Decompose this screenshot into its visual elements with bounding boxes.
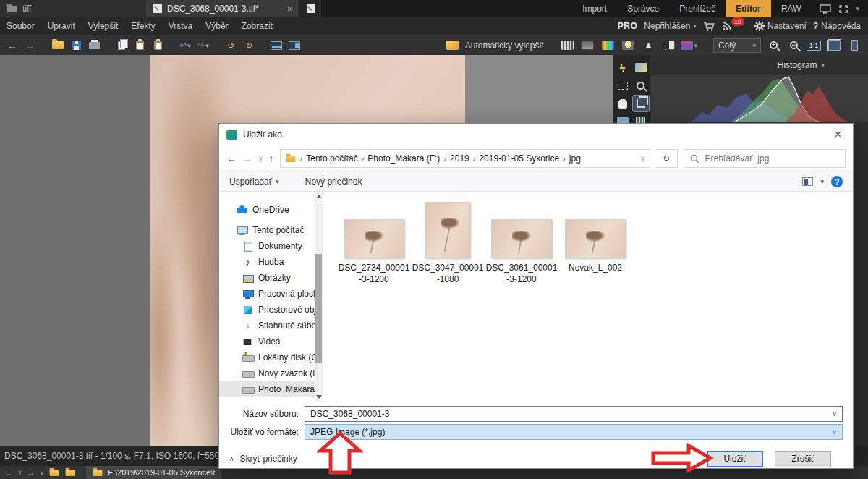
search-input[interactable]: Prehľadávať: jpg	[684, 149, 846, 168]
view-mode-icon[interactable]	[802, 177, 813, 186]
sidebar-item-downloads[interactable]: ↓Stiahnuté súbory	[219, 318, 315, 334]
quick-edits-tool[interactable]: ϟ	[615, 59, 631, 75]
format-select[interactable]: JPEG Image (*.jpg) ∨	[305, 424, 843, 440]
file-item[interactable]: DSC_3061_00001-3-1200	[485, 202, 558, 285]
module-import[interactable]: Import	[572, 0, 617, 17]
refresh-button[interactable]: ↻	[656, 149, 678, 168]
settings-button[interactable]: Nastavení	[754, 21, 807, 31]
quick-fix-tool[interactable]	[633, 59, 649, 75]
history-chevron-icon[interactable]: ∨	[258, 155, 263, 162]
scroll-up-icon[interactable]	[316, 195, 322, 198]
module-editor[interactable]: Editor	[726, 0, 771, 17]
notifications-icon[interactable]: 10	[722, 21, 748, 31]
forward-button[interactable]: →	[22, 38, 38, 54]
undo-button[interactable]: ↶▾	[177, 38, 193, 54]
new-folder-button[interactable]: Nový priečinok	[305, 177, 362, 187]
sidebar-item-desktop[interactable]: Pracovná plocha	[219, 286, 315, 302]
dialog-forward-button[interactable]: →	[242, 153, 252, 164]
print-button[interactable]	[86, 38, 102, 54]
auto-enhance-label[interactable]: Automaticky vylepšit	[465, 41, 544, 51]
levels-button[interactable]	[559, 38, 575, 54]
sidebar-item-documents[interactable]: Dokumenty	[219, 238, 315, 254]
module-spravce[interactable]: Správce	[617, 0, 669, 17]
monitor-icon[interactable]	[820, 4, 831, 14]
sidebar-item-music[interactable]: ♪Hudba	[219, 254, 315, 270]
open-file-button[interactable]	[50, 38, 66, 54]
chevron-down-icon[interactable]: ∨	[832, 410, 837, 417]
folder-up-icon[interactable]	[50, 470, 59, 476]
module-prohlizec[interactable]: Prohlížeč	[669, 0, 726, 17]
view-sidepanel-button[interactable]	[286, 38, 302, 54]
copy-button[interactable]	[114, 38, 129, 54]
close-icon[interactable]: ×	[830, 128, 846, 141]
sidebar-scrollbar[interactable]	[315, 192, 323, 402]
login-menu[interactable]: Nepřihlášen ▾	[644, 21, 697, 31]
fullscreen-icon[interactable]	[838, 4, 848, 14]
organize-menu[interactable]: Usporiadať ▾	[229, 177, 279, 187]
breadcrumb-item[interactable]: jpg	[569, 153, 581, 164]
sidebar-item-3d-objects[interactable]: Priestorové obje	[219, 302, 315, 318]
help-button[interactable]: ? Nápověda	[813, 21, 861, 31]
dialog-titlebar[interactable]: Uložiť ako ×	[219, 124, 853, 145]
menu-efekty[interactable]: Efekty	[124, 17, 161, 35]
chevron-down-icon[interactable]: ∨	[17, 469, 22, 476]
hide-folders-button[interactable]: ∧ Skryť priečinky	[229, 454, 297, 464]
up-directory-button[interactable]: ↑	[269, 153, 274, 164]
zoom-100-button[interactable]: 1:1	[806, 38, 822, 54]
rotate-left-button[interactable]: ↺	[223, 38, 239, 54]
paste-special-button[interactable]	[150, 38, 166, 54]
fit-height-button[interactable]	[846, 38, 862, 54]
sidebar-item-disk-c[interactable]: Lokálny disk (C:)	[219, 349, 315, 365]
nav-forward-button[interactable]: →	[27, 467, 35, 478]
save-file-button[interactable]	[68, 38, 84, 54]
breadcrumb[interactable]: › Tento počítač › Photo_Makara (F:) › 20…	[280, 149, 650, 168]
help-icon[interactable]: ?	[831, 176, 843, 187]
breadcrumb-item[interactable]: 2019-01-05 Sykorice	[479, 153, 559, 164]
exposure-button[interactable]	[620, 38, 636, 54]
menu-vyber[interactable]: Výběr	[199, 17, 234, 35]
breadcrumb-item[interactable]: Tento počítač	[306, 153, 357, 164]
pan-tool[interactable]	[615, 96, 631, 111]
auto-enhance-button[interactable]	[445, 38, 461, 54]
document-tab-active-file[interactable]: DSC_3068_00001-3.tif* ×	[146, 0, 299, 17]
rotate-right-button[interactable]: ↻	[241, 38, 257, 54]
chevron-down-icon[interactable]: ∨	[40, 469, 45, 476]
file-item[interactable]: Novak_L_002	[559, 202, 631, 274]
filename-input[interactable]: DSC_3068_00001-3 ∨	[305, 406, 843, 422]
document-tab-tiff[interactable]: tiff	[0, 0, 146, 17]
view-filmstrip-button[interactable]	[268, 38, 284, 54]
chevron-down-icon[interactable]: ▾	[820, 178, 824, 185]
scroll-down-icon[interactable]	[316, 395, 322, 399]
zoom-out-button[interactable]: −	[786, 38, 801, 54]
browse-folder-icon[interactable]	[66, 470, 75, 476]
sidebar-item-onedrive[interactable]: OneDrive	[219, 202, 315, 218]
sidebar-item-this-pc[interactable]: Tento počítač	[219, 222, 315, 238]
menu-zobrazit[interactable]: Zobrazit	[235, 17, 279, 35]
selection-tool[interactable]	[615, 77, 631, 93]
document-tab-stub[interactable]	[299, 0, 321, 17]
sidebar-item-videos[interactable]: Videá	[219, 334, 315, 349]
redo-button[interactable]: ↷▾	[195, 38, 211, 54]
breadcrumb-item[interactable]: 2019	[450, 153, 469, 164]
back-button[interactable]: ←	[4, 38, 20, 54]
sidebar-item-pictures[interactable]: Obrázky	[219, 270, 315, 286]
menu-soubor[interactable]: Soubor	[0, 17, 41, 35]
save-button[interactable]: Uložiť	[707, 451, 763, 467]
scrollbar-thumb[interactable]	[315, 254, 322, 363]
menu-upravit[interactable]: Upravit	[41, 17, 82, 35]
zoom-in-button[interactable]: +	[765, 38, 781, 54]
dialog-back-button[interactable]: ←	[226, 153, 237, 164]
adjust-button[interactable]	[660, 38, 676, 54]
breadcrumb-item[interactable]: Photo_Makara (F:)	[367, 153, 440, 164]
breadcrumb-dropdown-icon[interactable]: ∨	[640, 155, 645, 162]
menu-vylepsit[interactable]: Vylepšit	[82, 17, 125, 35]
curves-button[interactable]	[579, 38, 595, 54]
close-tab-icon[interactable]: ×	[286, 4, 292, 14]
paste-button[interactable]	[132, 38, 148, 54]
zoom-tool[interactable]	[633, 77, 649, 93]
chevron-down-icon[interactable]: ▾	[821, 62, 825, 69]
current-path-field[interactable]: F:\2019\2019-01-05 Sykorice\t	[86, 466, 221, 479]
file-item[interactable]: DSC_3047_00001-1080	[412, 202, 484, 285]
sidebar-item-photo-makara[interactable]: Photo_Makara (F	[219, 381, 315, 397]
nav-back-button[interactable]: ←	[4, 467, 13, 478]
